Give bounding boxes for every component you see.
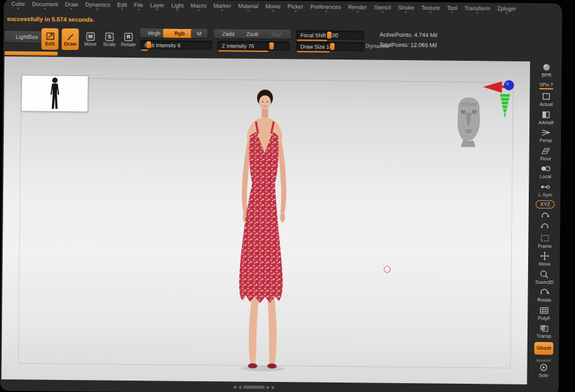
shelf-label: Actual — [540, 101, 553, 107]
camera-gizmo[interactable] — [446, 76, 517, 151]
shelf-item-polyf[interactable]: PolyF — [538, 306, 550, 321]
draw-button[interactable]: Draw — [61, 28, 79, 50]
gizmo-sphere[interactable] — [504, 80, 514, 91]
rgb-intensity-slider[interactable]: Rgb Intensity 6 — [140, 40, 212, 50]
bpr-render-icon — [541, 63, 552, 72]
polyframe-grid-icon — [538, 306, 550, 315]
scroll-left-icon[interactable] — [233, 385, 236, 389]
solo-icon — [538, 363, 549, 372]
zsub-label: Zsub — [246, 31, 258, 37]
shelf-item-lsym[interactable]: L.Sym — [538, 182, 552, 198]
shelf-item-ghost[interactable]: Ghost — [534, 342, 553, 355]
rotate-ccw-icon[interactable] — [541, 222, 550, 231]
m-button[interactable]: M — [191, 29, 207, 38]
zbrush-window: Color Document Draw Dynamics Edit File L… — [0, 0, 562, 392]
rgb-label: Rgb — [174, 30, 185, 37]
shelf-item-spix[interactable]: SPix 7 — [540, 81, 553, 89]
scroll-right-icon[interactable] — [267, 386, 270, 389]
edit-button[interactable]: Edit — [41, 28, 58, 50]
edit-label: Edit — [45, 41, 54, 46]
shelf-item-local[interactable]: Local — [540, 164, 551, 179]
move-button[interactable]: M Move — [82, 28, 99, 50]
rgb-intensity-handle[interactable] — [146, 41, 151, 48]
zcut-button[interactable]: Zcut — [262, 30, 291, 39]
draw-brush-icon — [66, 32, 75, 40]
shelf-item-rotate[interactable]: Rotate — [537, 288, 551, 303]
viewport-canvas[interactable] — [1, 56, 530, 384]
shelf-item-actual[interactable]: Actual — [540, 92, 553, 107]
edit-icon — [46, 32, 54, 40]
shelf-label: Move — [539, 261, 550, 267]
rgb-intensity-fill — [141, 49, 148, 51]
model-3d-woman[interactable] — [212, 86, 315, 374]
rotate-label: Rotate — [121, 42, 136, 47]
spix-underline — [540, 88, 553, 89]
shelf-item-aahalf[interactable]: AAHalf — [538, 110, 553, 125]
draw-size-label: Draw Size 14 — [300, 43, 332, 49]
scroll-right-icon[interactable] — [272, 386, 275, 389]
shelf-item-xyz[interactable]: XYZ — [536, 200, 555, 208]
rotate-cw-icon[interactable] — [541, 212, 550, 220]
canvas-horizontal-scrollbar[interactable] — [233, 384, 275, 391]
shelf-item-transp[interactable]: Transp — [536, 324, 551, 339]
rotate-nav-icon — [539, 288, 550, 296]
draw-cursor-ring — [384, 266, 391, 273]
draw-size-fill — [297, 51, 329, 52]
dynamic-note: dynamic — [536, 358, 551, 362]
draw-size-slider[interactable]: Draw Size 14 — [296, 41, 364, 51]
shelf-item-persp[interactable]: Persp — [540, 128, 552, 143]
rotate-button[interactable]: R Rotate — [120, 29, 137, 51]
m-label: M — [197, 30, 201, 37]
shelf-item-solo[interactable]: Solo — [538, 363, 549, 378]
z-intensity-slider[interactable]: Z Intensity 76 — [217, 41, 289, 51]
shelf-item-zoom3d[interactable]: Zoom3D — [535, 270, 553, 285]
scroll-thumb[interactable] — [243, 386, 265, 389]
aahalf-icon — [540, 110, 552, 119]
floor-grid-icon — [540, 146, 552, 155]
zcut-label: Zcut — [271, 31, 282, 37]
zadd-label: Zadd — [222, 30, 234, 37]
scroll-left-icon[interactable] — [238, 385, 241, 389]
active-points-stat: ActivePoints: 4.744 Mil — [379, 32, 437, 39]
xyz-axis-label: XYZ — [536, 200, 555, 208]
draw-size-handle[interactable] — [330, 43, 334, 50]
figure-silhouette-icon — [45, 77, 64, 110]
shelf-label: Frame — [538, 243, 552, 249]
toolbar: LightBox Edit Draw M Move S Scale R Rota… — [3, 0, 532, 61]
local-pivot-icon — [540, 164, 551, 173]
lightbox-thumbnail[interactable] — [22, 75, 88, 111]
shelf-label: Local — [540, 174, 551, 179]
shelf-label: BPR — [541, 72, 552, 78]
scale-label: Scale — [103, 42, 116, 47]
move-key-icon: M — [86, 32, 94, 41]
magnifier-icon — [539, 270, 550, 279]
scale-button[interactable]: S Scale — [101, 28, 118, 50]
mrgb-label: Mrgb — [148, 30, 160, 36]
lightbox-label: LightBox — [16, 34, 38, 40]
focal-shift-slider[interactable]: Focal Shift -100 — [296, 30, 364, 40]
local-symmetry-icon — [540, 182, 551, 191]
focal-shift-handle[interactable] — [327, 32, 331, 39]
rotate-key-icon: R — [124, 32, 132, 41]
z-intensity-handle[interactable] — [269, 42, 274, 49]
shelf-item-bpr[interactable]: BPR — [541, 63, 552, 78]
shelf-label: Transp — [536, 333, 551, 339]
shelf-item-floor[interactable]: Floor — [540, 146, 552, 161]
z-intensity-label: Z Intensity 76 — [222, 42, 254, 49]
transparency-icon — [538, 324, 550, 332]
shelf-label: Zoom3D — [535, 279, 553, 285]
shelf-label: Persp — [540, 137, 552, 143]
shelf-label: AAHalf — [538, 120, 553, 125]
scale-key-icon: S — [105, 32, 113, 41]
shelf-label: SPix 7 — [540, 82, 553, 87]
shelf-label: Solo — [539, 372, 548, 378]
gizmo-x-arrow[interactable] — [483, 81, 502, 92]
total-points-stat: TotalPoints: 12.069 Mil — [379, 42, 437, 49]
ghost-button-label: Ghost — [534, 342, 553, 355]
shelf-item-move[interactable]: Move — [539, 251, 551, 267]
move-nav-icon — [539, 251, 550, 260]
move-label: Move — [84, 42, 97, 47]
progress-bar — [4, 51, 58, 56]
frame-icon — [539, 234, 550, 243]
shelf-item-frame[interactable]: Frame — [538, 234, 552, 249]
